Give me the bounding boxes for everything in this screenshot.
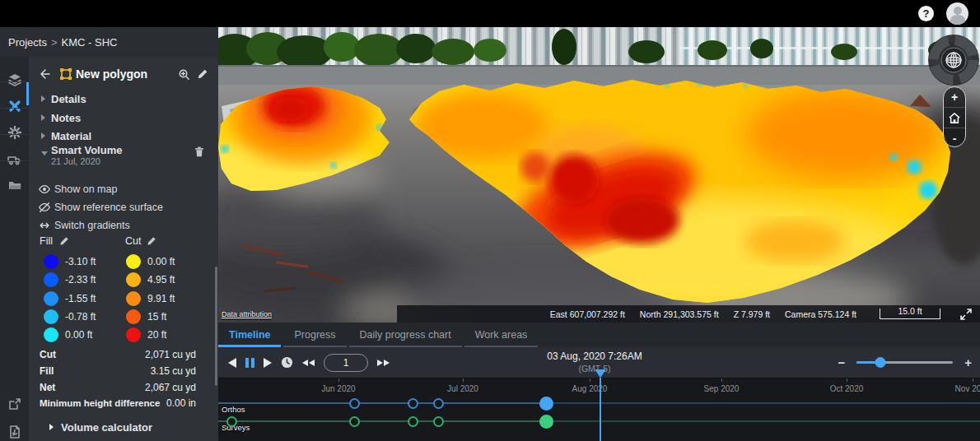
timeline-marker-handle[interactable] — [595, 369, 606, 378]
cut-value: 4.95 ft — [147, 274, 175, 285]
cut-value: 9.91 ft — [147, 293, 175, 304]
month-tick — [463, 378, 464, 382]
fill-color-swatch — [44, 309, 58, 324]
fill-value: -1.55 ft — [65, 293, 96, 304]
gradient-headers: Fill Cut — [29, 232, 218, 250]
timeline-event-current[interactable] — [539, 415, 553, 429]
legend-row: -2.33 ft 4.95 ft — [29, 271, 218, 289]
stat-row-fill: Fill 3.15 cu yd — [29, 363, 218, 379]
panel-scrollbar[interactable] — [215, 267, 217, 386]
delete-button[interactable] — [193, 146, 206, 159]
section-material[interactable]: Material — [29, 127, 218, 145]
external-link-icon — [7, 397, 22, 411]
month-label: Sep 2020 — [704, 384, 740, 393]
month-label: Oct 2020 — [830, 384, 864, 393]
cut-color-swatch — [126, 309, 141, 324]
section-label: Notes — [51, 112, 81, 124]
fill-value: 0.00 ft — [65, 329, 92, 341]
road-edge — [218, 65, 980, 67]
slider-thumb[interactable] — [875, 357, 886, 368]
avatar-head-icon — [954, 7, 962, 15]
interval-counter[interactable]: 1 — [324, 354, 368, 372]
toggle-reference-surface[interactable]: Show reference surface — [29, 198, 218, 216]
stat-label: Minimum height difference — [40, 398, 160, 408]
rail-layers[interactable] — [0, 67, 29, 92]
rail-vehicles[interactable] — [0, 146, 29, 171]
eye-off-icon — [38, 201, 51, 214]
rail-divider — [0, 134, 29, 135]
timeline-zoom-in[interactable]: + — [964, 356, 972, 369]
pdf-file-icon — [8, 425, 21, 439]
rail-tools-active[interactable] — [0, 94, 29, 118]
compass-widget[interactable] — [928, 35, 979, 86]
eye-icon — [38, 183, 51, 196]
volume-calculator[interactable]: Volume calculator — [29, 418, 218, 436]
chevron-down-icon — [41, 151, 48, 156]
legend-row: -0.78 ft 15 ft — [29, 308, 218, 326]
month-tick — [590, 378, 590, 382]
fast-forward-button[interactable] — [377, 360, 390, 366]
rail-files[interactable] — [0, 173, 29, 197]
section-details[interactable]: Details — [29, 90, 218, 108]
rail-share[interactable] — [0, 392, 29, 416]
clock-icon — [281, 356, 293, 369]
rewind-icon — [302, 360, 308, 366]
tab-daily-progress-chart[interactable]: Daily progress chart — [349, 323, 462, 347]
rewind-button[interactable] — [302, 360, 315, 366]
fill-color-swatch — [44, 254, 58, 269]
timeline-zoom-out[interactable]: − — [838, 356, 845, 369]
edit-button[interactable] — [196, 67, 209, 81]
play-icon — [264, 358, 272, 368]
tab-timeline[interactable]: Timeline — [218, 323, 281, 347]
zoom-to-button[interactable] — [177, 67, 191, 81]
pencil-icon[interactable] — [58, 235, 70, 247]
timeline-event[interactable] — [226, 416, 237, 427]
rail-divider — [0, 108, 29, 109]
breadcrumb-root[interactable]: Projects — [8, 36, 47, 49]
home-button[interactable] — [944, 108, 965, 128]
timeline-event-current[interactable] — [539, 397, 553, 411]
fill-color-swatch — [44, 327, 58, 342]
zoom-out-button[interactable]: - — [944, 128, 965, 147]
timeline-event[interactable] — [408, 398, 418, 409]
tab-progress[interactable]: Progress — [283, 323, 346, 347]
east-readout: East 607,007.292 ft — [550, 309, 625, 319]
data-attribution-link[interactable]: Data attribution — [222, 310, 272, 318]
timeline-event[interactable] — [349, 416, 360, 427]
timeline-event[interactable] — [433, 398, 444, 409]
bottom-panel: Timeline Progress Daily progress chart W… — [218, 323, 980, 441]
zoom-in-button[interactable]: + — [944, 87, 965, 107]
speed-button[interactable] — [281, 356, 293, 369]
rail-pdf-report[interactable] — [0, 420, 29, 441]
toggle-show-on-map[interactable]: Show on map — [29, 180, 218, 198]
fullscreen-icon[interactable] — [959, 307, 973, 322]
chevron-right-icon — [49, 424, 54, 430]
timeline-event[interactable] — [408, 416, 418, 427]
cut-header: Cut — [125, 235, 141, 247]
section-notes[interactable]: Notes — [29, 109, 218, 127]
rail-settings[interactable] — [0, 120, 29, 145]
play-button[interactable] — [264, 358, 272, 368]
pause-button[interactable] — [245, 358, 254, 368]
timeline-marker-line[interactable] — [600, 378, 601, 441]
detail-panel: New polygon Details — [29, 57, 218, 441]
chevron-right-icon — [41, 132, 45, 139]
globe-icon — [946, 53, 961, 67]
timeline-zoom-slider[interactable] — [856, 361, 953, 364]
panel-header: New polygon — [29, 63, 218, 85]
timeline-event[interactable] — [433, 416, 444, 427]
tab-work-areas[interactable]: Work areas — [464, 323, 539, 347]
section-label: Details — [51, 93, 86, 105]
stat-row-cut: Cut 2,071 cu yd — [29, 346, 218, 363]
step-back-button[interactable] — [228, 358, 236, 368]
timeline-event[interactable] — [349, 398, 360, 409]
avatar[interactable] — [946, 2, 968, 25]
section-smart-volume[interactable]: Smart Volume 21 Jul, 2020 — [29, 144, 218, 169]
sidebar: Projects > KMC - SHC — [0, 27, 218, 441]
fill-color-swatch — [44, 291, 58, 306]
back-button[interactable] — [37, 67, 52, 81]
cut-value: 0.00 ft — [147, 256, 175, 267]
help-icon[interactable]: ? — [918, 6, 934, 21]
map-viewport[interactable]: + - Data attribution East 607,007.292 ft… — [218, 27, 980, 323]
pencil-icon[interactable] — [146, 235, 157, 247]
